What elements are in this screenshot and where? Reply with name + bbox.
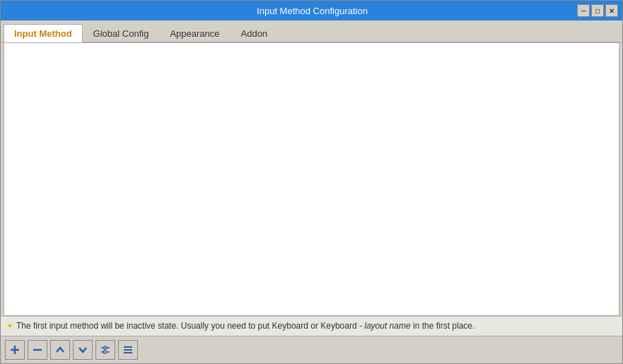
tab-global-config[interactable]: Global Config [83,24,160,42]
move-down-button[interactable] [73,340,93,360]
title-bar: Input Method Configuration ─ □ ✕ [1,1,622,20]
window-controls: ─ □ ✕ [577,4,618,17]
close-button[interactable]: ✕ [605,4,618,17]
toolbar [1,336,622,363]
notice-text-after: in the first place. [411,321,475,331]
window-title: Input Method Configuration [47,6,577,16]
info-button[interactable] [118,340,138,360]
svg-rect-11 [124,352,132,353]
maximize-button[interactable]: □ [591,4,604,17]
add-icon [9,344,21,356]
tab-bar: Input Method Global Config Appearance Ad… [1,20,622,42]
down-arrow-icon [77,344,88,356]
minimize-button[interactable]: ─ [577,4,590,17]
info-icon [122,344,134,356]
tab-input-method[interactable]: Input Method [4,24,83,42]
tab-appearance[interactable]: Appearance [159,24,230,42]
add-button[interactable] [5,340,25,360]
remove-icon [32,344,43,356]
tab-addon[interactable]: Addon [231,24,279,42]
configure-icon [100,344,111,356]
notice-star: ✦ [6,321,13,331]
up-arrow-icon [54,344,66,356]
main-window: Input Method Configuration ─ □ ✕ Input M… [0,0,623,364]
svg-point-8 [103,351,106,353]
svg-rect-9 [124,346,132,348]
content-area [4,42,619,316]
remove-button[interactable] [28,340,47,360]
svg-rect-10 [124,349,132,351]
move-up-button[interactable] [50,340,70,360]
notice-bar: ✦The first input method will be inactive… [1,316,622,336]
notice-italic: layout name [364,321,410,331]
configure-button[interactable] [95,340,115,360]
svg-point-5 [104,346,107,349]
notice-text-before: The first input method will be inactive … [16,321,364,331]
